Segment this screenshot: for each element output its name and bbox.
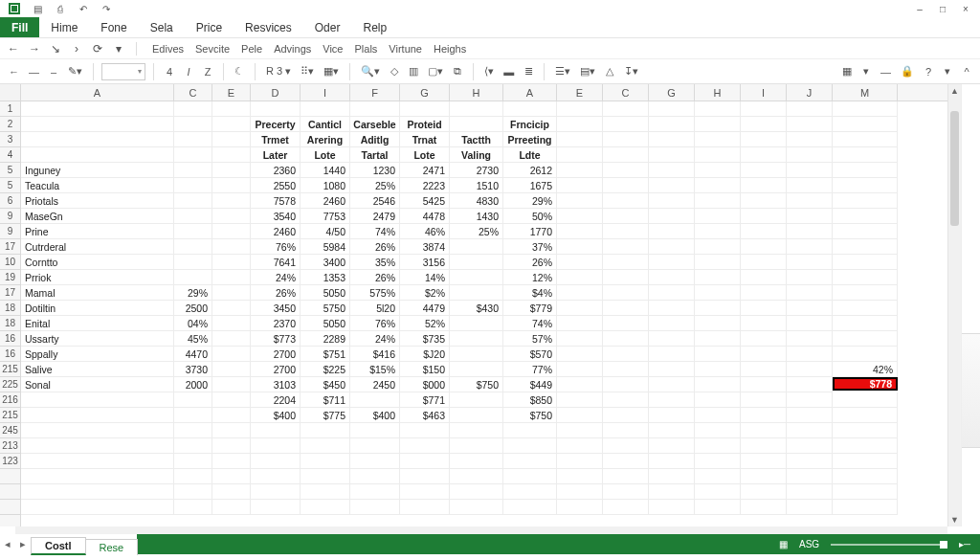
cell[interactable]	[603, 347, 649, 362]
cell[interactable]: 3450	[251, 301, 301, 316]
cell[interactable]	[649, 163, 695, 178]
cell[interactable]	[649, 132, 695, 147]
cell[interactable]	[21, 438, 174, 454]
cell[interactable]	[787, 101, 833, 117]
cell[interactable]	[557, 469, 603, 484]
cell[interactable]	[695, 316, 741, 331]
cell[interactable]	[695, 469, 741, 484]
cell[interactable]	[787, 285, 833, 301]
cell[interactable]: 74%	[503, 316, 557, 331]
cell[interactable]	[787, 193, 833, 209]
subrow-item-3[interactable]: Advings	[268, 43, 317, 55]
cell[interactable]	[787, 163, 833, 178]
cell[interactable]	[741, 362, 787, 377]
cell[interactable]	[649, 408, 695, 423]
cell[interactable]: 1440	[301, 163, 350, 178]
cell[interactable]: 76%	[350, 316, 400, 331]
cell[interactable]	[557, 117, 603, 132]
cell[interactable]	[450, 239, 503, 255]
cell[interactable]: Corntto	[21, 255, 174, 270]
cell[interactable]: 3103	[251, 377, 301, 392]
cell[interactable]	[833, 469, 898, 484]
angle-icon[interactable]: ⟨▾	[481, 63, 497, 80]
cell[interactable]	[174, 147, 212, 163]
cell[interactable]: 5050	[301, 285, 350, 301]
cell[interactable]	[787, 454, 833, 469]
cell[interactable]	[695, 193, 741, 209]
cell[interactable]	[695, 331, 741, 347]
cell[interactable]: $225	[301, 362, 350, 377]
cell[interactable]	[450, 270, 503, 285]
cell[interactable]	[787, 408, 833, 423]
cell[interactable]	[212, 178, 251, 193]
cell[interactable]: Canticl	[301, 117, 350, 132]
cell[interactable]	[649, 500, 695, 515]
row-header[interactable]: 9	[0, 224, 20, 239]
cell[interactable]	[695, 239, 741, 255]
cell[interactable]: 26%	[350, 270, 400, 285]
cell[interactable]	[212, 101, 251, 117]
cell[interactable]: $400	[251, 408, 301, 423]
cell[interactable]	[787, 255, 833, 270]
cell[interactable]	[557, 500, 603, 515]
cell[interactable]	[301, 438, 350, 454]
cell[interactable]: Proteid	[400, 117, 450, 132]
cell[interactable]: 46%	[400, 224, 450, 239]
cell[interactable]	[603, 362, 649, 377]
cell[interactable]	[450, 117, 503, 132]
col-header[interactable]: G	[649, 84, 695, 101]
cell[interactable]	[212, 209, 251, 224]
col-header[interactable]: A	[21, 84, 174, 101]
cell[interactable]	[787, 377, 833, 392]
collapse-icon[interactable]: ^	[959, 63, 974, 80]
select-all-triangle[interactable]	[0, 84, 21, 101]
grid2-icon[interactable]: ▦▾	[321, 63, 342, 80]
cell[interactable]	[603, 316, 649, 331]
subrow-item-0[interactable]: Edives	[146, 43, 189, 55]
sheet-nav-next[interactable]: ▸	[15, 534, 31, 554]
cell[interactable]	[21, 469, 174, 484]
cell[interactable]	[450, 500, 503, 515]
cell[interactable]: $751	[301, 347, 350, 362]
cell[interactable]	[649, 377, 695, 392]
col-header[interactable]: C	[174, 84, 212, 101]
dash2-icon[interactable]: –	[46, 63, 61, 80]
cell[interactable]	[695, 178, 741, 193]
window-min-icon[interactable]: –	[913, 2, 926, 15]
cell[interactable]: $400	[350, 408, 400, 423]
cell[interactable]	[212, 484, 251, 500]
sheet-tab-1[interactable]: Rese	[85, 539, 139, 555]
cell[interactable]	[741, 163, 787, 178]
zoom-fit-icon[interactable]: ▸─	[959, 539, 970, 549]
cell[interactable]	[695, 147, 741, 163]
cell[interactable]	[174, 255, 212, 270]
back2-icon[interactable]: ←	[6, 63, 22, 80]
cell[interactable]: 35%	[350, 255, 400, 270]
cell[interactable]	[695, 454, 741, 469]
col-header[interactable]: I	[741, 84, 787, 101]
cell[interactable]	[251, 423, 301, 438]
cell[interactable]	[174, 224, 212, 239]
ribbon-tab-0[interactable]: Hime	[39, 17, 89, 37]
cell[interactable]: $15%	[350, 362, 400, 377]
cell[interactable]	[212, 147, 251, 163]
cell[interactable]: 29%	[503, 193, 557, 209]
cell[interactable]	[833, 484, 898, 500]
cell[interactable]: Later	[251, 147, 301, 163]
file-tab[interactable]: Fill	[0, 17, 39, 37]
cell[interactable]: $430	[450, 301, 503, 316]
cell[interactable]	[21, 500, 174, 515]
col-header[interactable]: G	[400, 84, 450, 101]
merge-icon[interactable]: ⧉	[450, 63, 465, 80]
cell[interactable]	[503, 423, 557, 438]
column-headers[interactable]: ACEDIFGHAECGHIJM	[21, 84, 947, 101]
cell[interactable]	[21, 147, 174, 163]
cell[interactable]	[251, 438, 301, 454]
cell[interactable]	[833, 454, 898, 469]
cell[interactable]	[557, 347, 603, 362]
cell[interactable]	[450, 469, 503, 484]
cell[interactable]: 2730	[450, 163, 503, 178]
cell[interactable]	[21, 101, 174, 117]
cell[interactable]: $000	[400, 377, 450, 392]
cell[interactable]: 24%	[251, 270, 301, 285]
